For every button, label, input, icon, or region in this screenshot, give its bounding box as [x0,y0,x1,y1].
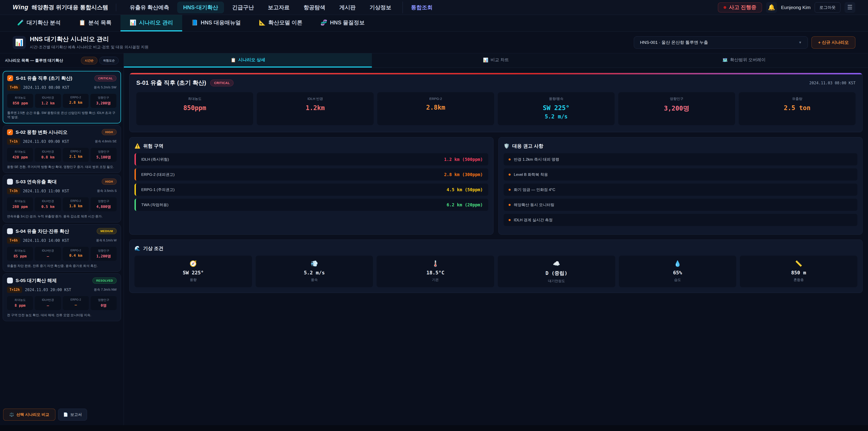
recommendation-text: IDLH 경계 실시간 측정 [514,217,553,223]
nav-item[interactable]: 보고자료 [262,2,296,13]
stat-box: IDLH반경 1.2 km [35,94,61,108]
scenario-wind: 풍속 6.1m/s W [96,239,117,243]
metric-card: 유출량 2.5 ton [739,92,856,125]
stat-box: ERPG-2 – [63,296,89,310]
main-tab[interactable]: 📋 시나리오 상세 [124,53,372,68]
scenario-stats: 최대농도 850 ppm IDLH반경 1.2 km ERPG-2 2.8 km [7,94,116,108]
status-dot-icon [723,6,726,9]
stat-label: ERPG-2 [64,96,88,99]
nav-item[interactable]: 게시판 [333,2,362,13]
main-tab[interactable]: 📊 비교 차트 [372,53,620,68]
risk-zone-row: ERPG-1 (주의권고) 4.5 km (50ppm) [134,184,488,196]
detail-datetime: 2024.11.03 08:00 KST [809,81,856,85]
content-area: 시나리오 목록 — 톨루엔 대기확산 시간순위험도순 S-01 유출 직후 (초… [0,53,868,425]
stat-box: 영향인구 4,800명 [91,197,117,211]
tab-icon: 🧪 [17,20,24,26]
incident-select[interactable]: HNS-001 · 울산 온산항 톨루엔 누출 ▼ [634,36,808,49]
weather-panel: 🌊 기상 조건 🧭 SW 225° 풍향 💨 5.2 m/s [129,240,863,293]
tab-icon: 📘 [191,20,198,26]
scenario-card[interactable]: S-01 유출 직후 (초기 확산) CRITICAL T+0h 2024.11… [3,71,121,123]
report-button[interactable]: 📄 보고서 [58,409,87,421]
scenario-card[interactable]: S-02 풍향 변화 시나리오 HIGH T+1h 2024.11.03 09:… [3,125,121,173]
scenario-wind: 풍속 7.3m/s NW [94,288,117,292]
scenario-card[interactable]: S-05 대기확산 해제 RESOLVED T+12h 2024.11.03 2… [3,274,121,321]
scenario-card[interactable]: S-04 유출 차단·잔류 확산 MEDIUM T+6h 2024.11.03 … [3,224,121,272]
main-body: S-01 유출 직후 (초기 확산) CRITICAL 2024.11.03 0… [124,68,868,298]
subnav-tab[interactable]: 📊 시나리오 관리 [121,15,182,31]
detail-severity-badge: CRITICAL [210,80,234,86]
subnav-tab[interactable]: 🧬 HNS 물질정보 [311,15,374,31]
nav-item[interactable]: 항공탐색 [298,2,331,13]
scale-icon: ⚖️ [9,412,14,417]
nav-divider [116,4,116,11]
stat-value: 1.8 km [64,204,88,208]
metric-label: IDLH 반경 [258,97,372,101]
tab-label: HNS 물질정보 [330,19,365,26]
scenario-checkbox[interactable] [7,75,13,81]
scenario-datetime: 2024.11.03 11:00 KST [23,189,69,193]
topbar-right: 사고 진행중 🔔 Eunjeong Kim 로그아웃 ☰ [718,2,855,13]
nav-item[interactable]: 유출유 확산예측 [124,2,175,13]
scenario-card-header: S-04 유출 차단·잔류 확산 MEDIUM [7,228,117,235]
stat-label: 영향인구 [92,150,116,154]
recommendations-panel: 🛡️ 대응 권고 사항 반경 1.2km 즉시 대피 명령 Level B 화학 [498,137,863,235]
new-scenario-button[interactable]: + 신규 시나리오 [811,36,855,49]
chart-icon: 📊 [13,36,26,49]
subnav-tab[interactable]: 📋 분석 목록 [70,15,121,31]
bullet-dot-icon [508,219,510,221]
stat-value: 0.8 km [36,155,60,159]
scenario-wind: 풍속 3.5m/s S [97,189,117,193]
recommendation-item: 해양확산 동시 모니터링 [504,199,857,211]
menu-button[interactable]: ☰ [844,2,855,13]
scenario-datetime: 2024.11.03 08:00 KST [23,85,69,90]
metric-value-secondary: 5.2 m/s [500,114,613,120]
subnav-tab[interactable]: 🧪 대기확산 분석 [8,15,70,31]
recommendations-list: 반경 1.2km 즉시 대피 명령 Level B 화학복 착용 화기 엄금 —… [504,153,857,226]
scenario-card[interactable]: S-03 연속유출 확대 HIGH T+3h 2024.11.03 11:00 … [3,175,121,222]
scenario-datetime: 2024.11.03 20:00 KST [25,287,71,292]
main-tab[interactable]: 🗺️ 확산범위 오버레이 [620,53,868,68]
page-header-right: HNS-001 · 울산 온산항 톨루엔 누출 ▼ + 신규 시나리오 [634,36,855,49]
scenario-checkbox[interactable] [7,179,13,185]
weather-header: 🌊 기상 조건 [134,245,857,251]
nav-item[interactable]: HNS·대기확산 [177,2,224,13]
weather-card: 🧭 SW 225° 풍향 [134,256,252,287]
stat-box: 영향인구 0명 [91,296,117,310]
notifications-button[interactable]: 🔔 [766,2,777,13]
subnav-tab[interactable]: 📐 확산모델 이론 [250,15,311,31]
scenario-wind: 풍속 5.2m/s SW [94,86,116,90]
nav-item[interactable]: 긴급구난 [226,2,260,13]
weather-title: 기상 조건 [143,245,163,251]
stat-label: IDLH반경 [36,199,60,203]
nav-item[interactable]: 통합조회 [403,2,438,13]
scenario-description: 풍향 SE 전환. 주거지역 방향 확산 확대. 영향인구 증가. 대피 범위 … [7,165,117,169]
subnav-tab[interactable]: 📘 HNS 대응매뉴얼 [182,15,250,31]
scenario-checkbox[interactable] [7,129,13,135]
severity-badge: MEDIUM [97,228,117,234]
tab-icon: 📐 [259,20,266,26]
risk-zone-label: TWA (작업허용) [141,202,168,208]
time-offset-badge: T+12h [7,286,22,293]
nav-item[interactable]: 기상정보 [364,2,397,13]
sort-chip[interactable]: 시간순 [81,57,97,64]
metric-card: ERPG-2 2.8km [377,92,494,125]
weather-card: ☁️ D (중립) 대기안정도 [498,256,615,287]
compare-button[interactable]: ⚖️ 선택 시나리오 비교 [3,409,55,421]
stat-value: – [36,254,60,258]
sort-options: 시간순위험도순 [81,57,119,64]
metric-label: 영향인구 [620,97,733,101]
recommendation-text: 반경 1.2km 즉시 대피 명령 [514,157,559,162]
scenario-description: 유출원 차단 완료. 잔류 증기 자연 확산중. 풍속 증가로 희석 촉진. [7,264,117,268]
risk-zone-row: TWA (작업허용) 6.2 km (20ppm) [134,199,488,211]
scenario-title: S-01 유출 직후 (초기 확산) [16,75,72,81]
logout-button[interactable]: 로그아웃 [815,2,840,13]
scenario-card-header: S-01 유출 직후 (초기 확산) CRITICAL [7,75,116,81]
scenario-checkbox[interactable] [7,228,13,234]
recommendations-title: 대응 권고 사항 [512,143,544,149]
sort-chip[interactable]: 위험도순 [99,57,119,64]
metric-value: SW 225° [500,104,613,112]
detail-title: S-01 유출 직후 (초기 확산) [136,79,206,87]
metric-label: ERPG-2 [379,97,492,100]
weather-label: 풍속 [257,278,372,282]
scenario-checkbox[interactable] [7,278,13,283]
